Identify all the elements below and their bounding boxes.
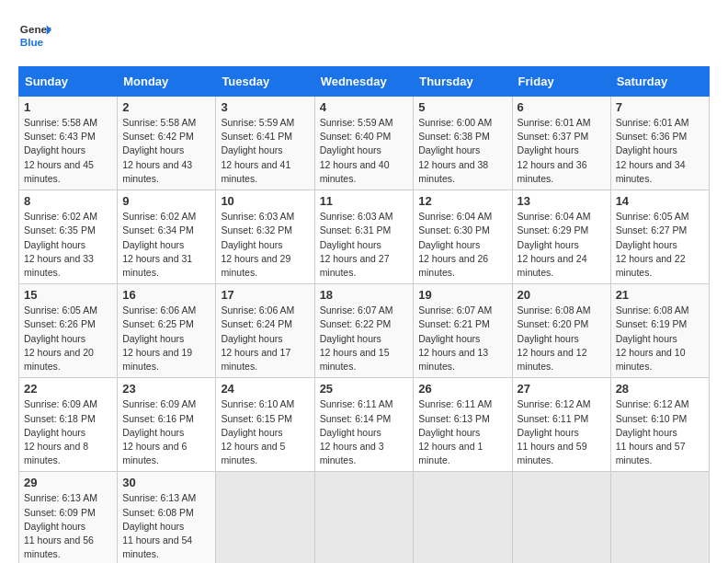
page-header: General Blue (18, 18, 710, 52)
table-row: 2 Sunrise: 5:58 AMSunset: 6:42 PMDayligh… (118, 97, 216, 190)
day-number: 25 (320, 382, 409, 396)
col-header-monday: Monday (118, 67, 216, 97)
day-info: Sunrise: 6:11 AMSunset: 6:13 PMDaylight … (418, 398, 492, 465)
table-row: 22 Sunrise: 6:09 AMSunset: 6:18 PMDaylig… (19, 378, 118, 472)
day-info: Sunrise: 6:05 AMSunset: 6:27 PMDaylight … (616, 211, 689, 278)
day-number: 26 (418, 382, 506, 396)
day-number: 24 (221, 382, 309, 396)
table-row: 18 Sunrise: 6:07 AMSunset: 6:22 PMDaylig… (314, 284, 414, 378)
day-number: 7 (616, 100, 704, 114)
day-info: Sunrise: 6:01 AMSunset: 6:36 PMDaylight … (616, 117, 689, 184)
day-info: Sunrise: 6:10 AMSunset: 6:15 PMDaylight … (221, 398, 294, 465)
table-row: 15 Sunrise: 6:05 AMSunset: 6:26 PMDaylig… (19, 284, 118, 378)
day-number: 29 (24, 476, 112, 489)
day-number: 16 (122, 288, 210, 302)
table-row: 6 Sunrise: 6:01 AMSunset: 6:37 PMDayligh… (512, 97, 610, 190)
logo: General Blue (18, 18, 51, 52)
table-row: 28 Sunrise: 6:12 AMSunset: 6:10 PMDaylig… (610, 378, 709, 472)
day-info: Sunrise: 5:58 AMSunset: 6:43 PMDaylight … (24, 117, 97, 184)
day-number: 15 (24, 288, 112, 302)
day-info: Sunrise: 5:59 AMSunset: 6:41 PMDaylight … (221, 117, 294, 184)
day-info: Sunrise: 6:03 AMSunset: 6:31 PMDaylight … (320, 211, 393, 278)
table-row: 17 Sunrise: 6:06 AMSunset: 6:24 PMDaylig… (216, 284, 314, 378)
day-number: 28 (616, 382, 704, 396)
table-row: 14 Sunrise: 6:05 AMSunset: 6:27 PMDaylig… (610, 190, 709, 284)
col-header-wednesday: Wednesday (314, 67, 414, 97)
day-info: Sunrise: 6:03 AMSunset: 6:32 PMDaylight … (221, 211, 294, 278)
day-number: 19 (418, 288, 506, 302)
table-row: 25 Sunrise: 6:11 AMSunset: 6:14 PMDaylig… (314, 378, 414, 472)
day-number: 23 (122, 382, 210, 396)
day-info: Sunrise: 6:12 AMSunset: 6:11 PMDaylight … (518, 398, 591, 465)
table-row: 3 Sunrise: 5:59 AMSunset: 6:41 PMDayligh… (216, 97, 314, 190)
table-row: 8 Sunrise: 6:02 AMSunset: 6:35 PMDayligh… (19, 190, 118, 284)
table-row: 4 Sunrise: 5:59 AMSunset: 6:40 PMDayligh… (314, 97, 414, 190)
day-info: Sunrise: 6:06 AMSunset: 6:25 PMDaylight … (122, 304, 196, 372)
table-row: 10 Sunrise: 6:03 AMSunset: 6:32 PMDaylig… (216, 190, 314, 284)
table-row: 1 Sunrise: 5:58 AMSunset: 6:43 PMDayligh… (19, 97, 118, 190)
day-number: 21 (616, 288, 704, 302)
table-row: 24 Sunrise: 6:10 AMSunset: 6:15 PMDaylig… (216, 378, 314, 472)
day-number: 1 (24, 100, 112, 114)
day-number: 22 (24, 382, 112, 396)
day-info: Sunrise: 6:08 AMSunset: 6:19 PMDaylight … (616, 304, 689, 372)
day-info: Sunrise: 6:11 AMSunset: 6:14 PMDaylight … (320, 398, 393, 465)
table-row: 16 Sunrise: 6:06 AMSunset: 6:25 PMDaylig… (118, 284, 216, 378)
day-info: Sunrise: 6:05 AMSunset: 6:26 PMDaylight … (24, 304, 97, 372)
table-row: 11 Sunrise: 6:03 AMSunset: 6:31 PMDaylig… (314, 190, 414, 284)
table-row (216, 472, 314, 563)
day-info: Sunrise: 6:01 AMSunset: 6:37 PMDaylight … (518, 117, 591, 184)
day-number: 4 (320, 100, 409, 114)
day-info: Sunrise: 6:04 AMSunset: 6:30 PMDaylight … (418, 211, 492, 278)
calendar-week-3: 15 Sunrise: 6:05 AMSunset: 6:26 PMDaylig… (19, 284, 710, 378)
table-row: 27 Sunrise: 6:12 AMSunset: 6:11 PMDaylig… (512, 378, 610, 472)
day-info: Sunrise: 6:02 AMSunset: 6:35 PMDaylight … (24, 211, 97, 278)
day-info: Sunrise: 5:58 AMSunset: 6:42 PMDaylight … (122, 117, 196, 184)
calendar-week-5: 29 Sunrise: 6:13 AMSunset: 6:09 PMDaylig… (19, 472, 710, 563)
day-number: 11 (320, 194, 409, 208)
table-row (610, 472, 709, 563)
table-row: 13 Sunrise: 6:04 AMSunset: 6:29 PMDaylig… (512, 190, 610, 284)
day-info: Sunrise: 6:09 AMSunset: 6:16 PMDaylight … (122, 398, 196, 465)
day-info: Sunrise: 6:08 AMSunset: 6:20 PMDaylight … (518, 304, 591, 372)
day-info: Sunrise: 6:13 AMSunset: 6:09 PMDaylight … (24, 492, 97, 559)
col-header-saturday: Saturday (610, 67, 709, 97)
day-number: 6 (518, 100, 606, 114)
day-number: 10 (221, 194, 309, 208)
day-number: 20 (518, 288, 606, 302)
table-row: 5 Sunrise: 6:00 AMSunset: 6:38 PMDayligh… (414, 97, 512, 190)
col-header-sunday: Sunday (19, 67, 118, 97)
table-row (314, 472, 414, 563)
table-row: 20 Sunrise: 6:08 AMSunset: 6:20 PMDaylig… (512, 284, 610, 378)
table-row (414, 472, 512, 563)
day-info: Sunrise: 6:04 AMSunset: 6:29 PMDaylight … (518, 211, 591, 278)
col-header-friday: Friday (512, 67, 610, 97)
table-row: 19 Sunrise: 6:07 AMSunset: 6:21 PMDaylig… (414, 284, 512, 378)
day-number: 17 (221, 288, 309, 302)
table-row: 21 Sunrise: 6:08 AMSunset: 6:19 PMDaylig… (610, 284, 709, 378)
table-row: 12 Sunrise: 6:04 AMSunset: 6:30 PMDaylig… (414, 190, 512, 284)
table-row: 23 Sunrise: 6:09 AMSunset: 6:16 PMDaylig… (118, 378, 216, 472)
calendar-week-1: 1 Sunrise: 5:58 AMSunset: 6:43 PMDayligh… (19, 97, 710, 190)
day-number: 2 (122, 100, 210, 114)
day-number: 3 (221, 100, 309, 114)
day-number: 12 (418, 194, 506, 208)
logo-icon: General Blue (18, 18, 51, 52)
day-number: 14 (616, 194, 704, 208)
table-row: 7 Sunrise: 6:01 AMSunset: 6:36 PMDayligh… (610, 97, 709, 190)
calendar-week-2: 8 Sunrise: 6:02 AMSunset: 6:35 PMDayligh… (19, 190, 710, 284)
col-header-tuesday: Tuesday (216, 67, 314, 97)
day-number: 9 (122, 194, 210, 208)
day-number: 27 (518, 382, 606, 396)
table-row (512, 472, 610, 563)
table-row: 29 Sunrise: 6:13 AMSunset: 6:09 PMDaylig… (19, 472, 118, 563)
day-number: 30 (122, 476, 210, 489)
day-number: 5 (418, 100, 506, 114)
table-row: 30 Sunrise: 6:13 AMSunset: 6:08 PMDaylig… (118, 472, 216, 563)
day-number: 8 (24, 194, 112, 208)
day-info: Sunrise: 6:06 AMSunset: 6:24 PMDaylight … (221, 304, 294, 372)
table-row: 26 Sunrise: 6:11 AMSunset: 6:13 PMDaylig… (414, 378, 512, 472)
day-info: Sunrise: 6:07 AMSunset: 6:21 PMDaylight … (418, 304, 492, 372)
calendar-table: SundayMondayTuesdayWednesdayThursdayFrid… (18, 66, 710, 563)
day-info: Sunrise: 6:07 AMSunset: 6:22 PMDaylight … (320, 304, 393, 372)
